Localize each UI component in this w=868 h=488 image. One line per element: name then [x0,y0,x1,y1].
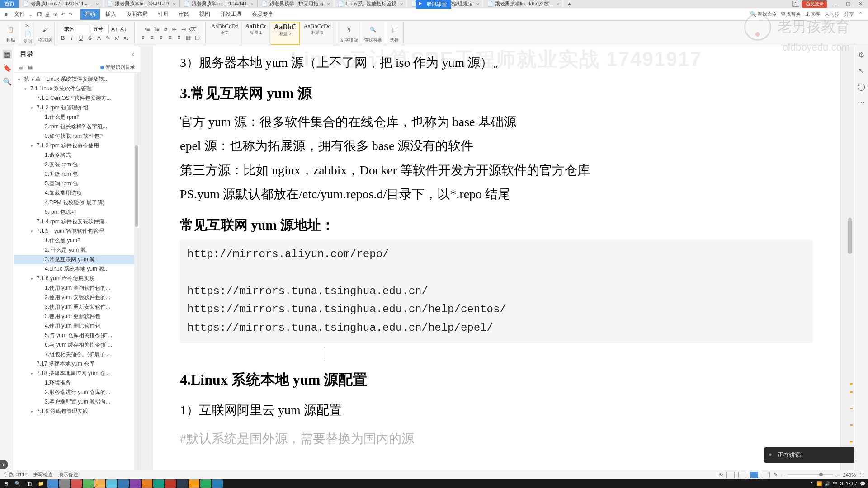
eye-icon[interactable]: 👁 [718,472,723,478]
view-mode-outline[interactable] [738,472,746,478]
doc-tab-7[interactable]: 📄跟老男孩学lin...ldboy2校...× [483,0,563,8]
collapse-ribbon-icon[interactable]: ⌃ [859,11,863,17]
doc-tab-3[interactable]: 📄跟老男孩学lin...P104-141× [180,0,258,8]
tab-count-badge[interactable]: 1 [792,1,799,7]
taskbar-app-12[interactable] [177,479,188,488]
style-normal[interactable]: AaBbCcDd正文 [208,22,242,45]
outline-item[interactable]: •5.rpm 包练习 [14,207,139,217]
unsaved-label[interactable]: 未保存 [805,11,820,18]
chevron-down-icon[interactable]: ▾ [31,277,35,281]
chevron-down-icon[interactable]: ▾ [31,409,35,414]
close-icon[interactable]: × [96,1,99,7]
outline-item[interactable]: •1.什么是 yum? [14,236,139,245]
view-mode-web[interactable] [750,472,758,478]
outline-item[interactable]: •4.RPM 包校验(扩展了解) [14,198,139,207]
zoom-out-button[interactable]: − [781,472,784,478]
outline-item[interactable]: •3.如何获取 rpm 软件包? [14,131,139,141]
chevron-down-icon[interactable]: ▾ [18,77,23,82]
doc-tab-2[interactable]: 📄跟老男孩学lin...28-P1-19× [103,0,180,8]
shading-icon[interactable]: ▦ [184,34,192,41]
outline-item[interactable]: •7.1.1 CentOS7 软件包安装方... [14,94,139,103]
tray-volume-icon[interactable]: 🔊 [825,481,830,486]
tray-ime-icon[interactable]: 中 [833,480,837,487]
outline-item[interactable]: •7.组包相关指令。(扩展了... [14,350,139,359]
file-menu[interactable]: 文件 [11,10,28,18]
outline-item[interactable]: •4.卸载常用选项 [14,188,139,198]
presentation-notes[interactable]: 演示备注 [58,471,78,478]
search-taskbar-icon[interactable]: 🔍 [12,479,24,488]
taskbar-app-6[interactable] [106,479,117,488]
font-color-button[interactable]: A [95,34,103,42]
preview-icon[interactable]: 👁 [53,11,58,18]
outline-item[interactable]: •5.查询 rpm 包 [14,179,139,188]
align-justify-icon[interactable]: ≡ [166,34,174,41]
add-tab-button[interactable]: + [563,1,575,7]
outline-item[interactable]: ▾7.1.9 源码包管理实践 [14,407,139,416]
text-layout-button[interactable]: ¶ [343,23,355,36]
outline-item[interactable]: •3.使用 yum 更新软件包 [14,312,139,321]
spellcheck-status[interactable]: 拼写检查 [33,471,53,478]
outline-item[interactable]: •7.1.4 rpm 软件包安装软件痛... [14,217,139,226]
bookmark-rail-icon[interactable]: 🔖 [3,63,12,72]
outline-item[interactable]: •1.什么是 rpm? [14,113,139,122]
edit-icon[interactable]: ✎ [774,472,778,478]
outline-item[interactable]: •7.17 搭建本地 yum 仓库 [14,359,139,369]
format-painter-button[interactable]: 🖌 [38,23,51,36]
taskbar-app-11[interactable] [165,479,176,488]
outline-item[interactable]: •5.与 yum 仓库相关指令(扩... [14,331,139,340]
align-left-icon[interactable]: ≡ [139,34,146,41]
outline-item[interactable]: ▾7.1 Linux 系统软件包管理 [14,84,139,94]
outline-item[interactable]: •2.使用 yum 安装软件包的... [14,293,139,302]
multilevel-list-icon[interactable]: ⧉ [162,26,169,33]
task-view-icon[interactable]: ◧ [24,479,35,488]
tab-insert[interactable]: 插入 [101,9,121,20]
close-icon[interactable]: × [173,1,175,7]
taskbar-app-7[interactable] [118,479,129,488]
bullet-list-icon[interactable]: •≡ [144,26,151,33]
smart-outline-toggle[interactable]: 智能识别目录 [100,64,135,70]
font-size-select[interactable]: 五号 [91,25,109,33]
share-label[interactable]: 分享 [844,11,854,18]
zoom-thumb[interactable] [819,473,823,476]
italic-button[interactable]: I [68,34,75,42]
increase-indent-icon[interactable]: ⇥ [180,26,187,33]
outline-item[interactable]: •6.与 yum 缓存相关指令(扩... [14,340,139,350]
chevron-down-icon[interactable]: ▾ [24,87,29,91]
close-icon[interactable]: × [400,1,403,7]
save-icon[interactable]: 🖫 [37,11,42,18]
select-button[interactable]: ⬚ [388,23,401,36]
notification-icon[interactable]: 💬 [860,481,865,486]
change-mark[interactable] [850,383,853,385]
doc-tab-5[interactable]: 📄Linux系...性能指标监视× [334,0,407,8]
change-mark[interactable] [850,391,853,393]
hamburger-icon[interactable]: ≡ [2,11,10,18]
taskbar-app-10[interactable] [153,479,164,488]
find-replace-button[interactable]: 🔍 [367,23,379,36]
command-search[interactable]: 🔍 查找命令 查找替换 [750,11,801,18]
taskbar-app-13[interactable] [189,479,199,488]
outline-item[interactable]: •3.客户端配置 yum 源指向... [14,397,139,407]
close-icon[interactable]: × [327,1,330,7]
outline-item[interactable]: •3.常见互联网 yum 源 [14,255,139,264]
outline-item[interactable]: •1.命令格式 [14,150,139,160]
bold-button[interactable]: B [59,34,66,42]
tray-input-icon[interactable]: S [840,481,843,486]
chevron-down-icon[interactable]: ▾ [31,229,35,234]
shrink-font-icon[interactable]: A↓ [120,26,127,33]
outline-item[interactable]: ▾7.1.3 rpm 软件包命令使用 [14,141,139,150]
highlight-button[interactable]: ✎ [104,34,112,42]
change-mark[interactable] [850,408,853,409]
chevron-down-icon[interactable]: ▾ [31,144,35,148]
chevron-down-icon[interactable]: ▾ [31,106,35,110]
undo-icon[interactable]: ↶ [61,11,66,18]
more-rail-icon[interactable]: ⋯ [858,98,865,107]
close-icon[interactable]: × [476,1,479,7]
expand-sidebar-icon[interactable]: › [0,460,8,469]
outline-item[interactable]: •3.升级 rpm 包 [14,169,139,179]
outline-item[interactable]: ▾7.1.6 yum 命令使用实践 [14,274,139,283]
font-family-select[interactable]: 宋体 [62,25,89,33]
tab-review[interactable]: 审阅 [174,9,194,20]
view-mode-page[interactable] [726,472,735,478]
close-icon[interactable]: × [557,1,559,7]
outline-filter-icon[interactable]: ▦ [28,64,34,70]
